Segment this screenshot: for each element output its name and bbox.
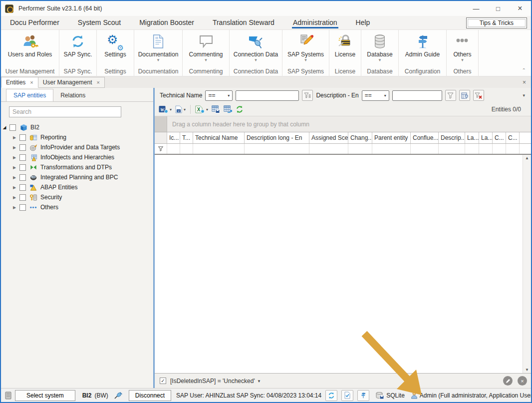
filter-enabled-checkbox[interactable]: ✓	[160, 378, 166, 384]
tree-checkbox[interactable]	[19, 174, 26, 181]
tree-row[interactable]: ▶ InfoObjects and Hierarchies	[1, 152, 153, 162]
others-button[interactable]: Others ▾	[453, 32, 471, 67]
export-word-button[interactable]: W ▾	[159, 105, 172, 113]
auto-filter-cell[interactable]	[439, 144, 465, 154]
close-filter-button[interactable]: ×	[518, 376, 527, 386]
tree-row[interactable]: ▶ ABAP Entities	[1, 182, 153, 192]
expander-collapsed-icon[interactable]: ▶	[11, 145, 18, 150]
doc-tab-user-management[interactable]: User Management ×	[38, 77, 105, 88]
close-button[interactable]: ×	[509, 1, 531, 16]
tree-checkbox[interactable]	[19, 144, 26, 151]
database-status[interactable]: SQLite	[375, 392, 405, 400]
expander-expanded-icon[interactable]: ◢	[1, 125, 8, 130]
tab-close-icon[interactable]: ×	[30, 79, 33, 85]
column-header[interactable]: T...	[180, 132, 193, 143]
auto-filter-cell[interactable]	[372, 144, 411, 154]
column-header[interactable]: Ic...	[167, 132, 180, 143]
group-by-panel[interactable]: Drag a column header here to group by th…	[155, 116, 531, 132]
filter-editor-button[interactable]	[459, 90, 470, 101]
disconnect-button[interactable]: Disconnect	[129, 390, 171, 401]
tab-docu-performer[interactable]: Docu Performer	[9, 17, 60, 28]
column-header[interactable]: Chang...	[348, 132, 372, 143]
auto-filter-cell[interactable]	[193, 144, 245, 154]
filter-field2-operator-select[interactable]: == ▾	[362, 90, 389, 101]
commenting-button[interactable]: Commenting ▾	[189, 32, 223, 67]
expander-collapsed-icon[interactable]: ▶	[11, 165, 18, 170]
license-button[interactable]: License	[335, 32, 355, 67]
column-header[interactable]: Conflue...	[411, 132, 439, 143]
save-layout-button[interactable]	[212, 105, 220, 113]
scroll-up-icon[interactable]: ▲	[525, 156, 529, 160]
tab-translation-steward[interactable]: Translation Steward	[212, 17, 275, 28]
column-header[interactable]: Assigned Sce...	[309, 132, 348, 143]
tree-checkbox[interactable]	[19, 164, 26, 171]
filter-field1-input[interactable]	[236, 90, 299, 101]
expander-collapsed-icon[interactable]: ▶	[11, 195, 18, 200]
auto-filter-cell[interactable]	[479, 144, 493, 154]
clear-filter-button[interactable]	[473, 90, 484, 101]
tree-row[interactable]: ▶ Security	[1, 192, 153, 202]
word-template-button[interactable]: w ▾	[175, 105, 186, 113]
current-user[interactable]: Admin (Full administrator, Application U…	[411, 392, 532, 399]
auto-filter-cell[interactable]	[167, 144, 180, 154]
column-header[interactable]: Technical Name	[193, 132, 245, 143]
connection-data-button[interactable]: Connection Data ▾	[234, 32, 278, 67]
column-header[interactable]: Descrip...	[439, 132, 465, 143]
tree-checkbox[interactable]	[19, 204, 26, 211]
filter-bar-dropdown-icon[interactable]: ▾	[523, 93, 525, 98]
sap-sync-button[interactable]: SAP Sync.	[63, 32, 92, 67]
tree-checkbox[interactable]	[9, 124, 16, 131]
tree-checkbox[interactable]	[19, 154, 26, 161]
expander-collapsed-icon[interactable]: ▶	[11, 135, 18, 140]
filter-expression[interactable]: [IsDeletedInSAP] = 'Unchecked'	[170, 378, 255, 385]
tree-checkbox[interactable]	[19, 194, 26, 201]
doc-tab-entities[interactable]: Entities ×	[1, 77, 38, 88]
documentation-button[interactable]: Documentation ▾	[138, 32, 179, 67]
filter-field1-operator-select[interactable]: == ▾	[205, 90, 233, 101]
search-input[interactable]	[9, 106, 121, 117]
column-header[interactable]: La...	[479, 132, 493, 143]
tree-row-root[interactable]: ◢ BI2	[1, 122, 153, 132]
expander-collapsed-icon[interactable]: ▶	[11, 205, 18, 210]
tree-checkbox[interactable]	[19, 184, 26, 191]
column-header[interactable]: Description long - En	[245, 132, 309, 143]
column-header[interactable]: C...	[493, 132, 506, 143]
tree-row[interactable]: ▶ Integrated Planning and BPC	[1, 172, 153, 182]
sync-log-button[interactable]	[341, 390, 353, 401]
expander-collapsed-icon[interactable]: ▶	[11, 155, 18, 160]
apply-filter-button[interactable]	[445, 90, 456, 101]
tab-help[interactable]: Help	[355, 17, 371, 28]
minimize-button[interactable]: —	[465, 1, 487, 16]
tab-relations[interactable]: Relations	[53, 89, 92, 101]
tab-sap-entities[interactable]: SAP entities	[6, 89, 53, 101]
maximize-button[interactable]: □	[487, 1, 509, 16]
tree-row[interactable]: ▶ Transformations and DTPs	[1, 162, 153, 172]
expander-collapsed-icon[interactable]: ▶	[11, 185, 18, 190]
auto-filter-cell[interactable]	[180, 144, 193, 154]
auto-filter-cell[interactable]	[245, 144, 309, 154]
auto-filter-cell[interactable]	[465, 144, 479, 154]
auto-filter-cell[interactable]	[348, 144, 372, 154]
export-excel-button[interactable]: X ▾	[195, 105, 208, 113]
select-system-button[interactable]: Select system	[15, 390, 75, 401]
scroll-down-icon[interactable]: ▼	[525, 368, 529, 372]
column-header[interactable]: C...	[506, 132, 520, 143]
column-header[interactable]: Parent entity	[372, 132, 411, 143]
auto-filter-cell[interactable]	[309, 144, 348, 154]
tab-close-icon[interactable]: ×	[97, 79, 100, 85]
sync-now-button[interactable]	[325, 390, 337, 401]
auto-filter-cell[interactable]	[411, 144, 439, 154]
restore-layout-button[interactable]	[224, 105, 232, 113]
vertical-scrollbar[interactable]: ▲ ▼	[523, 155, 531, 373]
users-and-roles-button[interactable]: Users and Roles	[8, 32, 52, 67]
tab-system-scout[interactable]: System Scout	[77, 17, 122, 28]
tab-administration[interactable]: Administration	[292, 17, 338, 28]
chevron-down-icon[interactable]: ▾	[258, 379, 261, 384]
tree-row[interactable]: ▶ InfoProvider and Data Targets	[1, 142, 153, 152]
admin-guide-button[interactable]: Admin Guide	[405, 32, 440, 67]
grid-empty-area[interactable]	[155, 155, 523, 373]
refresh-grid-button[interactable]	[236, 105, 244, 113]
tree-checkbox[interactable]	[19, 134, 26, 141]
tab-bar-close-icon[interactable]: ×	[523, 79, 526, 86]
tree-row[interactable]: ▶ Reporting	[1, 132, 153, 142]
